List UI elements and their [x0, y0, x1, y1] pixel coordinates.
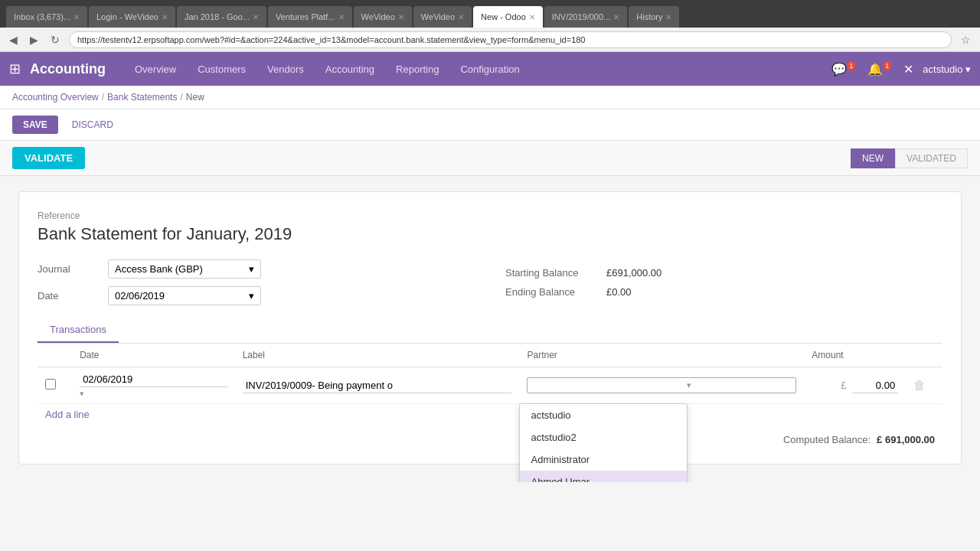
tab-ventures[interactable]: Ventures Platf... ✕ — [268, 6, 352, 28]
tab-ventures-close[interactable]: ✕ — [338, 13, 345, 21]
tab-jan2018[interactable]: Jan 2018 - Goo... ✕ — [177, 6, 266, 28]
app-title: Accounting — [30, 61, 106, 77]
row-amount-cell: £ — [804, 367, 906, 404]
nav-accounting[interactable]: Accounting — [315, 52, 385, 86]
nav-menu: Overview Customers Vendors Accounting Re… — [124, 52, 828, 86]
add-line-button[interactable]: Add a line — [38, 404, 97, 425]
tab-wevideo2-close[interactable]: ✕ — [398, 13, 404, 21]
dropdown-item-administrator[interactable]: Administrator — [520, 448, 687, 471]
form-title: Bank Statement for January, 2019 — [38, 224, 942, 244]
tab-inbox-label: Inbox (3,673)... — [14, 12, 70, 21]
col-checkbox — [38, 344, 72, 367]
dropdown-item-actstudio[interactable]: actstudio — [520, 404, 687, 426]
currency-symbol: £ — [841, 380, 846, 391]
tab-wevideo3[interactable]: WeVideo ✕ — [413, 6, 472, 28]
status-new-button[interactable]: NEW — [851, 148, 895, 168]
forward-button[interactable]: ▶ — [27, 32, 41, 47]
row-checkbox-cell — [38, 367, 72, 404]
ending-balance-value: £0.00 — [606, 286, 632, 298]
bookmark-button[interactable]: ☆ — [958, 32, 974, 47]
chat-icon[interactable]: 💬1 — [828, 59, 858, 80]
col-delete — [906, 344, 942, 367]
app-navbar: ⊞ Accounting Overview Customers Vendors … — [0, 52, 980, 86]
journal-input[interactable]: Access Bank (GBP) ▾ — [108, 259, 261, 279]
breadcrumb-new: New — [186, 92, 204, 103]
tab-inv-close[interactable]: ✕ — [613, 13, 619, 21]
row-date-input[interactable] — [80, 372, 227, 387]
status-buttons: NEW VALIDATED — [851, 148, 968, 168]
tab-inbox[interactable]: Inbox (3,673)... ✕ — [6, 6, 87, 28]
nav-reporting[interactable]: Reporting — [385, 52, 449, 86]
date-group: Date 02/06/2019 ▾ — [38, 286, 475, 305]
tab-transactions[interactable]: Transactions — [38, 318, 119, 343]
tab-wevideo1-label: Login - WeVideo — [96, 12, 158, 21]
user-menu[interactable]: actstudio ▾ — [923, 64, 971, 75]
journal-dropdown-icon[interactable]: ▾ — [249, 263, 254, 275]
form-card: Reference Bank Statement for January, 20… — [18, 191, 962, 465]
close-icon[interactable]: ✕ — [900, 59, 916, 80]
breadcrumb-accounting[interactable]: Accounting Overview — [12, 92, 99, 103]
row-delete-icon[interactable]: 🗑 — [913, 379, 926, 392]
discard-button[interactable]: DISCARD — [64, 116, 121, 134]
save-button[interactable]: SAVE — [12, 116, 58, 134]
tab-history-close[interactable]: ✕ — [665, 13, 671, 21]
tab-wevideo1-close[interactable]: ✕ — [162, 13, 168, 21]
nav-configuration[interactable]: Configuration — [449, 52, 530, 86]
bell-icon[interactable]: 🔔1 — [864, 59, 894, 80]
col-partner: Partner — [519, 344, 804, 367]
partner-input-wrap: ▾ — [527, 377, 796, 393]
tab-ventures-label: Ventures Platf... — [276, 12, 335, 21]
breadcrumb-bank-statements[interactable]: Bank Statements — [107, 92, 177, 103]
breadcrumb-sep1: / — [102, 92, 104, 103]
form-fields-row: Journal Access Bank (GBP) ▾ Date 02/06/2… — [38, 259, 942, 305]
tab-odoo-new-close[interactable]: ✕ — [529, 13, 535, 21]
nav-overview[interactable]: Overview — [124, 52, 187, 86]
tab-inv[interactable]: INV/2019/000... ✕ — [544, 6, 627, 28]
right-fields: Starting Balance £691,000.00 Ending Bala… — [505, 267, 942, 298]
back-button[interactable]: ◀ — [6, 32, 21, 47]
row-checkbox[interactable] — [45, 379, 56, 390]
grid-icon[interactable]: ⊞ — [9, 60, 21, 77]
starting-balance-value: £691,000.00 — [606, 267, 662, 279]
tab-inbox-close[interactable]: ✕ — [74, 13, 80, 21]
status-validated-button[interactable]: VALIDATED — [895, 148, 968, 168]
validate-button[interactable]: VALIDATE — [12, 147, 85, 169]
dropdown-item-ahmed[interactable]: Ahmed Umar — [520, 471, 687, 482]
tab-jan2018-close[interactable]: ✕ — [253, 13, 259, 21]
tab-inv-label: INV/2019/000... — [552, 12, 610, 21]
row-delete-cell: 🗑 — [906, 367, 942, 404]
action-bar: SAVE DISCARD — [0, 109, 980, 141]
tab-odoo-new[interactable]: New - Odoo ✕ — [473, 6, 543, 28]
ending-balance-label: Ending Balance — [505, 286, 597, 298]
partner-input[interactable] — [531, 380, 684, 391]
reference-label: Reference — [38, 210, 942, 221]
main-content: Reference Bank Statement for January, 20… — [0, 176, 980, 482]
date-arrow-icon: ▾ — [80, 389, 84, 398]
browser-toolbar: ◀ ▶ ↻ ☆ — [0, 28, 980, 52]
partner-dropdown-arrow[interactable]: ▾ — [687, 380, 691, 390]
date-dropdown-icon[interactable]: ▾ — [249, 290, 254, 302]
address-bar[interactable] — [69, 31, 952, 48]
tab-wevideo3-label: WeVideo — [421, 12, 455, 21]
dropdown-item-actstudio2[interactable]: actstudio2 — [520, 426, 687, 448]
partner-dropdown: actstudio actstudio2 Administrator Ahmed… — [519, 403, 688, 482]
tab-wevideo3-close[interactable]: ✕ — [458, 13, 464, 21]
nav-customers[interactable]: Customers — [187, 52, 256, 86]
row-label-input[interactable] — [243, 378, 512, 393]
journal-value: Access Bank (GBP) — [115, 263, 203, 275]
col-amount: Amount — [804, 344, 906, 367]
date-label: Date — [38, 290, 99, 302]
starting-balance-group: Starting Balance £691,000.00 — [505, 267, 942, 279]
reload-button[interactable]: ↻ — [47, 32, 63, 47]
journal-label: Journal — [38, 263, 99, 275]
tab-history[interactable]: History ✕ — [629, 6, 679, 28]
row-amount-input[interactable] — [852, 378, 898, 393]
nav-vendors[interactable]: Vendors — [256, 52, 315, 86]
browser-tabs: Inbox (3,673)... ✕ Login - WeVideo ✕ Jan… — [6, 0, 679, 28]
navbar-right: 💬1 🔔1 ✕ actstudio ▾ — [828, 59, 971, 80]
tab-wevideo2[interactable]: WeVideo ✕ — [354, 6, 412, 28]
date-input[interactable]: 02/06/2019 ▾ — [108, 286, 261, 305]
table-row: ▾ ▾ actstudio actstudio2 — [38, 367, 942, 404]
tab-odoo-new-label: New - Odoo — [481, 12, 526, 21]
tab-wevideo1[interactable]: Login - WeVideo ✕ — [89, 6, 175, 28]
